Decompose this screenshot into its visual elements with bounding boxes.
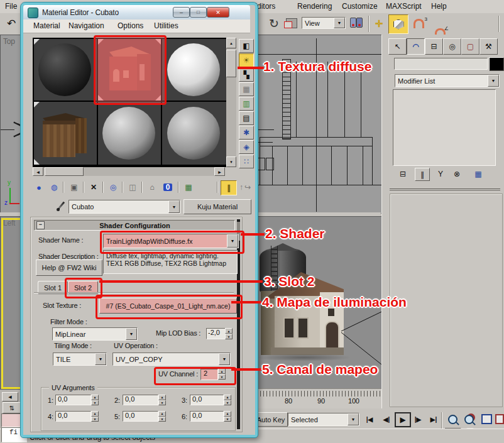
reset-material-icon[interactable]: ✕: [87, 181, 101, 194]
material-name-dropdown[interactable]: Cubato ▼: [68, 200, 180, 214]
previous-frame-button[interactable]: ◀|: [380, 413, 393, 425]
dropdown-arrow-icon[interactable]: ▼: [334, 18, 345, 28]
menu-utilities[interactable]: Utilities: [150, 20, 182, 31]
uv-arg-2-spinner[interactable]: ▲▼: [158, 395, 166, 405]
configure-modifier-sets-icon[interactable]: ▦: [471, 168, 485, 180]
uv-arg-5-spinner[interactable]: ▲▼: [158, 411, 166, 422]
zoom-extents-icon[interactable]: [479, 413, 494, 425]
sample-type-icon[interactable]: ◧: [239, 39, 254, 53]
help-wiki-button[interactable]: Help @ FW2 Wiki: [36, 260, 102, 276]
modifier-stack-list[interactable]: [393, 89, 496, 166]
auto-key-button[interactable]: Auto Key: [254, 412, 288, 427]
uv-arg-4-spinner[interactable]: ▲▼: [91, 411, 99, 422]
show-map-in-viewport-icon[interactable]: ▦: [182, 181, 195, 194]
menu-rendering[interactable]: Rendering: [293, 1, 336, 12]
uv-arg-2-field[interactable]: 0,0: [123, 395, 158, 405]
uv-arg-1-spinner[interactable]: ▲▼: [91, 395, 99, 405]
material-slot-3[interactable]: [162, 39, 226, 101]
scroll-left-icon[interactable]: ◀: [33, 167, 43, 176]
snap-3d-magnet-icon[interactable]: 3: [414, 19, 424, 28]
dropdown-arrow-icon[interactable]: ▼: [488, 75, 499, 87]
uv-arg-3-spinner[interactable]: ▲▼: [224, 395, 231, 405]
put-to-library-icon[interactable]: ⌂: [145, 181, 159, 194]
material-id-channel-icon[interactable]: 0: [161, 181, 175, 194]
scroll-right-icon[interactable]: ▶: [214, 167, 225, 176]
dropdown-arrow-icon[interactable]: ▼: [168, 200, 180, 213]
dropdown-arrow-icon[interactable]: ▼: [126, 328, 137, 340]
modifier-list-dropdown[interactable]: Modifier List ▼: [395, 74, 500, 87]
make-material-copy-icon[interactable]: ◎: [106, 181, 120, 194]
snap-toggle-button[interactable]: [388, 14, 408, 34]
menu-material[interactable]: Material: [30, 20, 64, 31]
zoom-all-icon[interactable]: [461, 413, 476, 425]
slots-vscrollbar[interactable]: ▲ ▼: [226, 38, 236, 167]
material-map-navigator-icon[interactable]: ∷: [239, 155, 254, 168]
video-color-check-icon[interactable]: ▥: [239, 97, 254, 111]
close-button[interactable]: ✕: [207, 7, 229, 18]
window-titlebar[interactable]: Material Editor - Cubato – □ ✕: [23, 5, 250, 19]
uv-arg-3-field[interactable]: 0,0: [190, 395, 224, 405]
zoom-icon[interactable]: [445, 413, 460, 425]
material-slot-6[interactable]: [162, 102, 226, 165]
select-by-material-icon[interactable]: ◈: [239, 140, 254, 154]
rotate-tool-icon[interactable]: ↻: [266, 15, 282, 31]
object-name-field[interactable]: [394, 58, 488, 70]
manipulate-icon[interactable]: ✛: [372, 16, 386, 31]
menu-customize[interactable]: Customize: [338, 1, 381, 12]
vscroll-thumb[interactable]: [226, 50, 236, 77]
get-material-icon[interactable]: ●: [32, 181, 46, 194]
shader-configuration-rollout[interactable]: − Shader Configuration: [34, 220, 235, 231]
mirror-icon[interactable]: [350, 16, 363, 29]
filter-mode-dropdown[interactable]: MipLinear ▼: [52, 327, 138, 341]
tab-motion[interactable]: ◎: [443, 38, 461, 55]
play-button[interactable]: ▶: [395, 412, 411, 427]
make-unique-icon[interactable]: ◫: [126, 181, 140, 194]
background-icon[interactable]: ▚: [239, 68, 254, 82]
remove-modifier-icon[interactable]: ⊗: [450, 168, 464, 180]
uv-arg-6-spinner[interactable]: ▲▼: [224, 411, 231, 422]
dropdown-arrow-icon[interactable]: ▼: [95, 353, 106, 365]
go-to-end-button[interactable]: ▶|: [426, 413, 441, 425]
tab-hierarchy[interactable]: ⊟: [425, 38, 443, 55]
material-slot-4[interactable]: [34, 102, 97, 165]
tab-modify[interactable]: ◠: [407, 38, 425, 55]
material-slot-5[interactable]: [98, 102, 161, 165]
minimize-button[interactable]: –: [173, 7, 190, 18]
menu-options[interactable]: Options: [114, 20, 147, 31]
backlight-icon[interactable]: ☀: [239, 53, 254, 67]
undo-icon[interactable]: ↶: [4, 16, 19, 31]
go-to-start-button[interactable]: |◀: [362, 413, 377, 425]
show-end-result-stack-icon[interactable]: ∥: [415, 168, 430, 181]
menu-maxscript[interactable]: MAXScript: [382, 1, 425, 12]
material-slot-1[interactable]: [34, 39, 97, 101]
menu-help[interactable]: Help: [427, 1, 451, 12]
tab-display[interactable]: ▢: [461, 38, 479, 55]
track-bar-toggle-icon[interactable]: ⇅: [3, 402, 21, 413]
menu-file[interactable]: File: [1, 1, 21, 12]
selection-set-dropdown[interactable]: Selected ▼: [288, 413, 359, 426]
menu-navigation[interactable]: Navigation: [65, 20, 108, 31]
put-material-to-scene-icon[interactable]: ◍: [47, 181, 61, 194]
make-unique-stack-icon[interactable]: Y: [434, 168, 447, 180]
tab-slot-1[interactable]: Slot 1: [38, 281, 68, 294]
scale-tool-icon[interactable]: [286, 18, 297, 28]
uv-operation-dropdown[interactable]: UV_OP_COPY ▼: [112, 353, 231, 366]
go-forward-to-sibling-icon[interactable]: ↪: [245, 181, 250, 194]
uv-arg-6-field[interactable]: 0,0: [190, 411, 224, 422]
tab-create[interactable]: ↖: [388, 38, 407, 55]
mip-lod-bias-spinner[interactable]: ▲▼: [225, 328, 233, 339]
assign-material-to-selection-icon[interactable]: ▣: [67, 181, 81, 194]
slots-hscrollbar[interactable]: ◀ ▶: [33, 167, 225, 176]
material-type-button[interactable]: Kuju Material: [184, 199, 251, 214]
make-preview-icon[interactable]: ▤: [239, 111, 254, 125]
uv-arg-5-field[interactable]: 0,0: [123, 411, 158, 422]
timeline-scroll-left-button[interactable]: ◀: [2, 392, 18, 402]
scroll-down-icon[interactable]: ▼: [226, 156, 236, 167]
uv-arg-1-field[interactable]: 0,0: [55, 395, 91, 405]
options-icon[interactable]: ✱: [239, 126, 254, 139]
dropdown-arrow-icon[interactable]: ▼: [219, 353, 230, 365]
collapse-icon[interactable]: −: [36, 221, 45, 229]
object-color-swatch[interactable]: [489, 57, 504, 71]
maximize-button[interactable]: □: [190, 7, 207, 18]
mip-lod-bias-field[interactable]: -2,0: [206, 328, 226, 339]
